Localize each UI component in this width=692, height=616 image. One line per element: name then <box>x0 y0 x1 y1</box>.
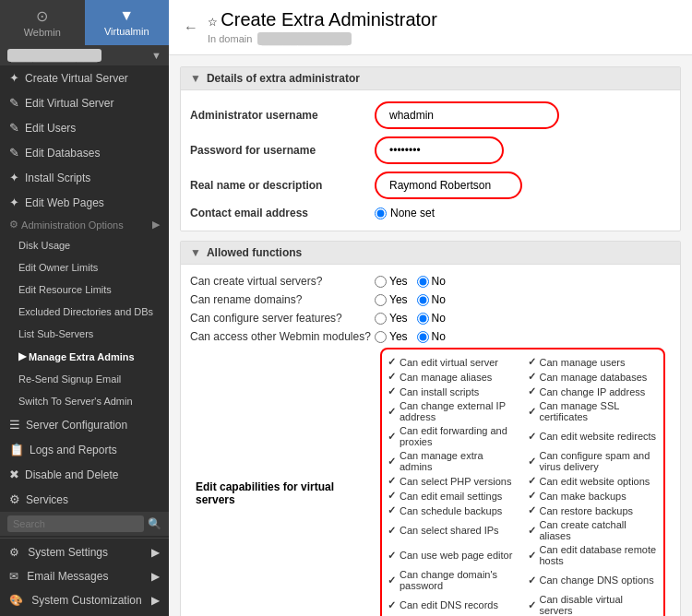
allowed-functions-section: ▼ Allowed functions Can create virtual s… <box>180 241 681 616</box>
email-radio[interactable] <box>375 207 387 219</box>
sidebar-item-disk-usage[interactable]: Disk Usage <box>0 234 169 256</box>
check-icon: ✓ <box>528 490 536 502</box>
admin-section-icon: ⚙ <box>9 219 18 231</box>
check-icon: ✓ <box>388 550 396 562</box>
web-icon: ✦ <box>9 195 19 209</box>
sidebar-item-excluded-dirs[interactable]: Excluded Directories and DBs <box>0 301 169 323</box>
sidebar-item-edit-web-pages[interactable]: ✦ Edit Web Pages <box>0 190 169 215</box>
admin-section-arrow: ▶ <box>152 219 160 231</box>
can-access-webmin-options: Yes No <box>375 330 446 343</box>
logs-icon: 📋 <box>9 443 24 456</box>
sidebar-admin-section[interactable]: ⚙ Administration Options ▶ <box>0 215 169 234</box>
cap-disable-vs: ✓ Can disable virtual servers <box>528 593 659 616</box>
check-icon: ✓ <box>388 599 396 611</box>
can-configure-row: Can configure server features? Yes No <box>190 309 671 327</box>
configure-yes[interactable] <box>375 313 387 325</box>
domain-value: ████████████ <box>7 49 101 62</box>
check-icon: ✓ <box>528 406 536 418</box>
webmin-yes[interactable] <box>375 331 387 343</box>
cap-label: Can edit forwarding and proxies <box>400 425 519 447</box>
page-content: ▼ Details of extra administrator Adminis… <box>169 55 692 616</box>
sidebar-item-label: Manage Extra Admins <box>29 351 135 362</box>
subtitle-prefix: In domain <box>208 33 252 44</box>
check-icon: ✓ <box>528 550 536 562</box>
cap-change-domain-password: ✓ Can change domain's password <box>388 568 519 592</box>
sidebar-item-addresses-and-networking[interactable]: 🌐 Addresses and Networking ▶ <box>0 612 169 616</box>
sidebar-item-edit-users[interactable]: ✎ Edit Users <box>0 115 169 140</box>
no-label: No <box>432 312 446 325</box>
cap-label: Can use web page editor <box>400 550 512 561</box>
sidebar-item-services[interactable]: ⚙ Services <box>0 487 169 512</box>
check-icon: ✓ <box>528 599 536 611</box>
check-icon: ✓ <box>388 475 396 487</box>
sidebar-item-disable-and-delete[interactable]: ✖ Disable and Delete <box>0 462 169 487</box>
sidebar-item-edit-owner-limits[interactable]: Edit Owner Limits <box>0 256 169 278</box>
sidebar-item-label: Edit Databases <box>25 147 100 160</box>
sidebar-item-label: System Customization <box>31 594 141 607</box>
edit-db-icon: ✎ <box>9 146 19 160</box>
cap-db-remote-hosts: ✓ Can edit database remote hosts <box>528 543 659 567</box>
tab-webmin[interactable]: ⊙ Webmin <box>0 0 85 45</box>
allowed-functions-header: ▼ Allowed functions <box>181 242 680 265</box>
sidebar-item-label: Install Scripts <box>25 172 90 184</box>
tab-virtualmin-label: Virtualmin <box>104 26 149 37</box>
cap-label: Can edit website redirects <box>540 431 657 442</box>
create-vs-no[interactable] <box>417 276 429 288</box>
tab-virtualmin[interactable]: ▼ Virtualmin <box>85 0 170 45</box>
sidebar-item-edit-databases[interactable]: ✎ Edit Databases <box>0 140 169 165</box>
check-icon: ✓ <box>388 371 396 383</box>
sidebar-item-label: Disk Usage <box>18 240 70 251</box>
sidebar-item-switch-to-admin[interactable]: Switch To Server's Admin <box>0 390 169 412</box>
sidebar-item-email-messages[interactable]: ✉ Email Messages ▶ <box>0 564 169 588</box>
disable-icon: ✖ <box>9 468 19 481</box>
virtualmin-icon: ▼ <box>89 7 166 24</box>
yes-label: Yes <box>389 293 408 306</box>
check-icon: ✓ <box>528 371 536 383</box>
sidebar-item-system-settings[interactable]: ⚙ System Settings ▶ <box>0 540 169 564</box>
title-area: ☆ Create Extra Administrator In domain █… <box>208 9 677 45</box>
check-icon: ✓ <box>388 356 396 368</box>
sidebar-item-system-customization[interactable]: 🎨 System Customization ▶ <box>0 588 169 612</box>
domain-selector[interactable]: ████████████ ▼ <box>0 45 169 65</box>
sidebar-item-logs-and-reports[interactable]: 📋 Logs and Reports <box>0 437 169 462</box>
arrow-icon: ▶ <box>151 546 160 559</box>
sidebar-item-list-sub-servers[interactable]: List Sub-Servers <box>0 323 169 345</box>
cap-shared-ips: ✓ Can select shared IPs <box>388 518 519 542</box>
create-vs-yes[interactable] <box>375 276 387 288</box>
sidebar-item-edit-resource-limits[interactable]: Edit Resource Limits <box>0 278 169 301</box>
rename-yes[interactable] <box>375 294 387 306</box>
sidebar-item-manage-extra-admins[interactable]: ▶ Manage Extra Admins <box>0 345 169 368</box>
sidebar-item-resend-signup[interactable]: Re-Send Signup Email <box>0 368 169 390</box>
cap-label: Can make backups <box>540 491 626 502</box>
admin-username-input[interactable] <box>384 106 550 124</box>
realname-input[interactable] <box>384 176 513 195</box>
back-button[interactable]: ← <box>184 19 198 36</box>
cap-label: Can install scripts <box>400 386 479 397</box>
no-label: No <box>432 330 446 343</box>
admin-section-label: Administration Options <box>21 219 124 231</box>
main-content: ← ☆ Create Extra Administrator In domain… <box>169 0 692 616</box>
rename-no[interactable] <box>417 294 429 306</box>
webmin-no[interactable] <box>417 331 429 343</box>
cap-label: Can manage users <box>540 357 626 368</box>
check-icon: ✓ <box>388 504 396 516</box>
sidebar-item-create-virtual-server[interactable]: ✦ Create Virtual Server <box>0 65 169 90</box>
sidebar-item-server-configuration[interactable]: ☰ Server Configuration <box>0 412 169 437</box>
star-icon: ☆ <box>208 16 218 29</box>
subtitle-domain: ████████████ <box>257 32 352 45</box>
can-configure-label: Can configure server features? <box>190 312 375 325</box>
sidebar-item-edit-virtual-server[interactable]: ✎ Edit Virtual Server <box>0 90 169 115</box>
sidebar-item-install-scripts[interactable]: ✦ Install Scripts <box>0 165 169 190</box>
cap-label: Can select PHP versions <box>400 476 511 487</box>
cap-label: Can restore backups <box>540 505 634 516</box>
tab-webmin-label: Webmin <box>24 27 61 38</box>
cap-label: Can change DNS options <box>540 575 654 586</box>
cap-edit-forwarding: ✓ Can edit forwarding and proxies <box>388 424 519 448</box>
password-input[interactable] <box>384 141 495 160</box>
configure-no[interactable] <box>417 313 429 325</box>
email-row: Contact email address None set <box>190 203 671 223</box>
check-icon: ✓ <box>388 385 396 397</box>
search-input[interactable] <box>7 515 144 532</box>
cap-manage-aliases: ✓ Can manage aliases <box>388 370 519 384</box>
cap-php-versions: ✓ Can select PHP versions <box>388 474 519 488</box>
